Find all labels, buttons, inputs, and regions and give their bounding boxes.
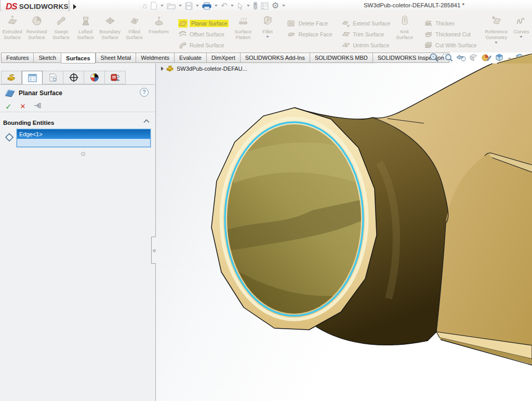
untrim-surface-button[interactable]: Untrim Surface <box>341 40 390 50</box>
solidworks-window: { "window": { "brand_prefix": "DS", "bra… <box>0 0 532 401</box>
tab-dimxpert[interactable]: DimXpert <box>206 53 240 63</box>
thicken-group: Thicken Thickened Cut Cut With Surface <box>421 11 478 53</box>
feature-tree-breadcrumb[interactable]: SW3dPub-coletor-DEFAU... <box>161 65 247 72</box>
help-icon[interactable]: ? <box>140 88 149 97</box>
file-properties-icon[interactable] <box>260 1 270 11</box>
featuremanager-icon <box>7 73 16 82</box>
open-icon[interactable] <box>166 1 177 11</box>
replace-face-button[interactable]: Replace Face <box>287 29 332 40</box>
fillet-button[interactable]: Fillet <box>255 11 280 38</box>
tab-sheet-metal[interactable]: Sheet Metal <box>96 53 136 63</box>
dimxpertmanager-tab[interactable] <box>63 71 84 84</box>
selection-list-item[interactable]: Edge<1> <box>17 130 150 139</box>
selection-filter-icon[interactable] <box>252 1 259 11</box>
listbox-resize-grip[interactable] <box>81 152 85 156</box>
home-icon[interactable]: ⌂ <box>141 1 148 11</box>
extruded-surface-button[interactable]: Extruded Surface <box>0 11 24 40</box>
revolved-surface-button[interactable]: Revolved Surface <box>24 11 49 40</box>
planar-surface-icon <box>178 19 188 28</box>
ribbon-toolbar: Extruded Surface Revolved Surface Swept … <box>0 11 532 53</box>
panel-splitter-handle[interactable] <box>151 237 156 264</box>
curves-button[interactable]: Curves <box>510 11 532 38</box>
expand-arrow-icon[interactable] <box>161 67 164 71</box>
extend-surface-button[interactable]: Extend Surface <box>341 18 390 29</box>
featuremanager-tab[interactable] <box>1 71 22 84</box>
save-caret-icon[interactable] <box>196 5 199 7</box>
fillet-caret-icon[interactable] <box>266 36 269 38</box>
collapse-chevron-icon[interactable] <box>143 119 150 123</box>
model-corner-overlap <box>497 54 532 63</box>
new-document-icon[interactable] <box>149 1 158 11</box>
previous-view-icon[interactable] <box>456 53 466 64</box>
ds-logo-icon: DS <box>6 2 17 12</box>
tab-features[interactable]: Features <box>1 53 33 63</box>
options-caret-icon[interactable] <box>282 5 285 7</box>
knit-surface-button[interactable]: Knit Surface <box>392 11 417 40</box>
propertymanager-tab[interactable] <box>22 71 43 85</box>
undo-caret-icon[interactable] <box>231 5 234 7</box>
print-icon[interactable] <box>201 1 212 11</box>
trim-surface-button[interactable]: Trim Surface <box>341 29 390 40</box>
tab-weldments[interactable]: Weldments <box>136 53 174 63</box>
property-manager-title: Planar Surface <box>19 89 62 97</box>
breadcrumb-label: SW3dPub-coletor-DEFAU... <box>177 66 247 72</box>
select-icon[interactable] <box>236 1 245 11</box>
configurationmanager-icon <box>49 73 57 82</box>
pin-button[interactable] <box>34 102 43 111</box>
reference-geometry-button[interactable]: Reference Geometry <box>483 11 510 44</box>
tab-solidworks-add-ins[interactable]: SOLIDWORKS Add-Ins <box>240 53 310 63</box>
options-gear-icon[interactable]: ⚙ <box>271 1 280 11</box>
thicken-button[interactable]: Thicken <box>424 18 476 29</box>
delete-face-button[interactable]: Delete Face <box>287 18 332 29</box>
trim-group: Extend Surface Trim Surface Untrim Surfa… <box>338 11 392 53</box>
save-icon[interactable] <box>184 1 194 11</box>
cam-manager-icon <box>111 73 120 82</box>
thickened-cut-button[interactable]: Thickened Cut <box>424 29 476 40</box>
untrim-surface-icon <box>341 41 351 49</box>
undo-icon[interactable]: ↶ <box>220 1 229 11</box>
tab-sketch[interactable]: Sketch <box>33 53 61 63</box>
cancel-button[interactable]: ✕ <box>20 102 26 110</box>
freeform-button[interactable]: Freeform <box>147 11 171 34</box>
ok-button[interactable]: ✓ <box>5 102 12 111</box>
propertymanager-icon <box>28 74 37 82</box>
displaymanager-tab[interactable] <box>84 71 105 84</box>
filled-surface-icon <box>128 14 141 28</box>
planar-surface-button[interactable]: Planar Surface <box>178 18 229 29</box>
tab-solidworks-mbd[interactable]: SOLIDWORKS MBD <box>310 53 373 63</box>
graphics-viewport[interactable]: SW3dPub-coletor-DEFAU... <box>156 63 532 401</box>
zoom-to-fit-icon[interactable] <box>429 53 440 64</box>
swept-surface-icon <box>55 14 68 28</box>
replace-face-icon <box>287 30 296 38</box>
lofted-surface-icon <box>79 14 92 28</box>
curves-caret-icon[interactable] <box>520 36 523 38</box>
selection-list-empty-row[interactable] <box>17 139 150 147</box>
tab-evaluate[interactable]: Evaluate <box>174 53 206 63</box>
filled-surface-button[interactable]: Filled Surface <box>122 11 147 40</box>
property-manager-header: Planar Surface ? <box>0 86 155 100</box>
section-view-icon[interactable] <box>469 53 478 64</box>
ruled-surface-button[interactable]: Ruled Surface <box>178 40 229 50</box>
new-document-caret-icon[interactable] <box>161 5 164 7</box>
print-caret-icon[interactable] <box>215 5 218 7</box>
zoom-to-area-icon[interactable] <box>442 53 453 64</box>
boundary-surface-button[interactable]: Boundary Surface <box>98 11 122 40</box>
configurationmanager-tab[interactable] <box>43 71 63 84</box>
tab-surfaces[interactable]: Surfaces <box>61 53 95 63</box>
edge-selection-icon <box>4 132 15 143</box>
command-tab-strip: Features Sketch Surfaces Sheet Metal Wel… <box>0 53 532 63</box>
swept-surface-button[interactable]: Swept Surface <box>49 11 73 40</box>
extend-surface-icon <box>341 19 351 28</box>
offset-surface-button[interactable]: Offset Surface <box>178 29 229 40</box>
model-3d-view[interactable] <box>156 63 532 401</box>
cut-with-surface-button[interactable]: Cut With Surface <box>424 40 476 50</box>
lofted-surface-button[interactable]: Lofted Surface <box>73 11 98 40</box>
edit-appearance-icon[interactable] <box>481 53 491 64</box>
selection-listbox[interactable]: Edge<1> <box>17 129 151 147</box>
open-caret-icon[interactable] <box>179 5 182 7</box>
bounding-entities-group-header[interactable]: Bounding Entities <box>0 118 155 128</box>
reference-geometry-caret-icon[interactable] <box>495 42 498 44</box>
surface-flatten-button[interactable]: Surface Flatten <box>231 11 255 40</box>
cam-manager-tab[interactable] <box>105 71 126 84</box>
select-caret-icon[interactable] <box>247 5 250 7</box>
